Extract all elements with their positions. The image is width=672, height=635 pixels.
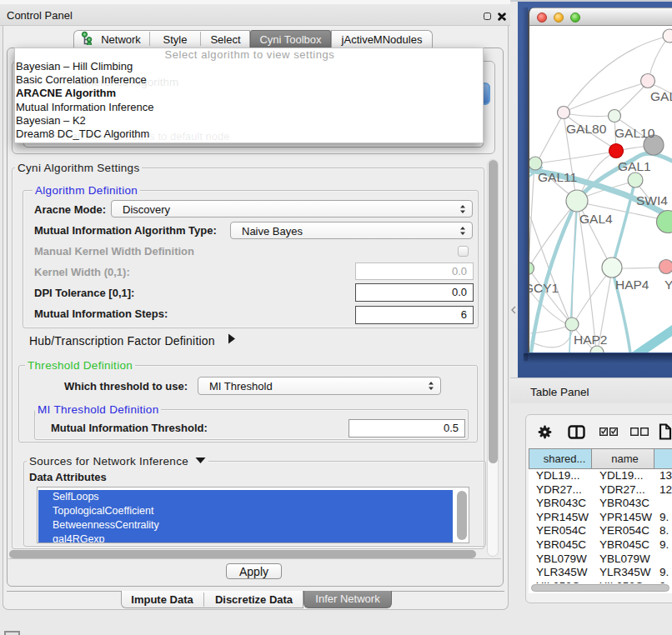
svg-text:SWI4: SWI4 [636, 193, 668, 208]
svg-text:GAL11: GAL11 [538, 170, 577, 184]
svg-text:GAL10: GAL10 [614, 126, 655, 140]
svg-text:GAL1: GAL1 [618, 159, 651, 173]
svg-text:GAL80: GAL80 [566, 122, 607, 136]
svg-text:HAP2: HAP2 [574, 332, 608, 347]
svg-text:GAL: GAL [650, 89, 672, 103]
svg-text:HAP4: HAP4 [615, 278, 649, 292]
svg-text:GCY1: GCY1 [529, 281, 559, 295]
svg-text:GAL4: GAL4 [579, 212, 613, 226]
svg-text:Y: Y [664, 278, 672, 292]
